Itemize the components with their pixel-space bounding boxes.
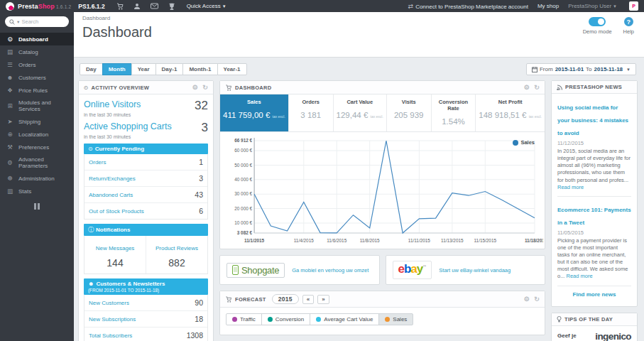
gear-icon[interactable]: ⚙ [524,296,530,303]
range-month-1-button[interactable]: Month-1 [182,63,217,75]
next-year-button[interactable]: » [317,295,329,304]
svg-text:60 000 €: 60 000 € [234,148,252,153]
cart-icon[interactable] [116,3,124,10]
average-cart-value-series-button[interactable]: Average Cart Value [310,313,379,325]
sidebar-item-preferences[interactable]: ⚒Preferences [0,141,74,153]
to-date: 2015-11-18 [594,66,623,72]
sidebar-item-customers[interactable]: ☻Customers [0,71,74,84]
new-subscriptions-link[interactable]: New Subscriptions [89,316,136,323]
date-range-buttons: Day Month Year Day-1 Month-1 Year-1 [80,63,247,75]
table-row: Total Subscribers1308 [84,328,207,341]
article-title-link[interactable]: Using social media for your business: 4 … [557,104,628,136]
sidebar-item-localization[interactable]: ⊕Localization [0,128,74,141]
kpi-cart-value[interactable]: Cart Value129,44 € tax excl. [334,94,387,131]
forecast-year-controls: 2015 « » [272,294,329,304]
gear-icon[interactable]: ⚙ [524,84,530,91]
active-carts-link[interactable]: Active Shopping Carts [84,121,172,131]
active-carts-sub: in the last 30 minutes [84,134,208,139]
my-shop-link[interactable]: My shop [537,3,559,9]
panel-title: DASHBOARD [235,85,271,91]
read-more-link[interactable]: Read more [567,273,593,279]
breadcrumb[interactable]: Dashboard [82,15,635,21]
table-row: Orders1 [84,154,207,170]
dashboard-content: Day Month Year Day-1 Month-1 Year-1 From… [74,58,644,341]
date-toolbar: Day Month Year Day-1 Month-1 Year-1 From… [78,63,638,80]
find-more-news-link[interactable]: Find more news [557,291,631,298]
gear-icon[interactable]: ⚙ [192,84,198,91]
center-column: DASHBOARD ⚙↻ Sales411 759,00 € tax excl.… [219,80,545,341]
prestashop-admin: PrestaShop1.6.1.2 PS1.6.1.2 Quick Access… [0,0,644,341]
product-reviews-value: 882 [148,257,206,269]
svg-text:11/18/201: 11/18/201 [525,238,543,243]
kpi-visits[interactable]: Visits205 939 [387,94,432,131]
new-messages-value: 144 [86,257,144,269]
help-icon[interactable]: ? [624,17,633,26]
marketplace-connect-link[interactable]: ⇄Connect to PrestaShop Marketplace accou… [408,3,528,10]
quick-access-menu[interactable]: Quick Access▼ [187,3,227,9]
orders-link[interactable]: Orders [89,159,106,166]
user-menu[interactable]: PrestaShop User▼ [568,3,617,9]
out-of-stock-link[interactable]: Out of Stock Products [89,208,144,215]
truck-icon: ➤ [6,118,13,125]
kpi-sales[interactable]: Sales411 759,00 € tax excl. [220,94,289,131]
online-visitors-link[interactable]: Online Visitors [84,99,141,109]
abandoned-carts-link[interactable]: Abandoned Carts [89,192,133,198]
sales-line-chart: 66 912 €60 000 €50 000 €40 000 €30 000 €… [220,132,545,249]
range-day-button[interactable]: Day [80,63,103,75]
refresh-icon[interactable]: ↻ [202,84,208,91]
sidebar-item-label: Catalog [18,49,38,55]
toggle-knob [598,18,604,25]
online-visitors-row: Online Visitors 32 [84,99,208,112]
article-title-link[interactable]: Ecommerce 101: Payments in a Tweet [557,207,631,226]
range-year-1-button[interactable]: Year-1 [217,63,247,75]
range-month-button[interactable]: Month [102,63,132,75]
user-avatar[interactable]: P [629,1,638,11]
sidebar-item-stats[interactable]: ▥Stats [0,185,74,197]
read-more-link[interactable]: Read more [557,184,584,190]
refresh-icon[interactable]: ↻ [534,296,540,303]
sidebar-item-dashboard[interactable]: ⊙Dashboard [0,33,74,45]
panel-controls: ⚙↻ [524,296,540,303]
previous-year-button[interactable]: « [302,295,314,304]
connect-icon: ⇄ [408,3,414,10]
sidebar-item-label: Modules and Services [18,99,67,112]
trophy-icon[interactable] [168,3,175,10]
sidebar-collapse-button[interactable] [0,203,74,210]
messages-icon[interactable] [151,3,158,9]
chevron-down-icon: ▼ [626,67,631,72]
conversion-series-button[interactable]: Conversion [261,313,310,325]
refresh-icon[interactable]: ↻ [534,84,540,91]
sidebar-item-administration[interactable]: ☸Administration [0,172,74,185]
total-subscribers-link[interactable]: Total Subscribers [89,332,132,339]
clock-icon: ⊙ [88,146,93,152]
search-input[interactable] [21,18,58,25]
returns-link[interactable]: Return/Exchanges [89,175,136,182]
sidebar-item-modules[interactable]: ⊞Modules and Services [0,97,74,115]
kpi-orders[interactable]: Orders3 181 [289,94,334,131]
shopgate-link[interactable]: Ga mobiel en verhoog uw omzet [292,267,369,274]
new-customers-link[interactable]: New Customers [89,300,129,306]
currently-pending-header: ⊙Currently Pending [84,144,208,154]
sidebar-item-advanced-parameters[interactable]: ⚙Advanced Parameters [0,153,74,172]
traffic-series-button[interactable]: Traffic [226,313,262,325]
kpi-conversion-rate[interactable]: Conversion Rate1.54% [432,94,476,131]
demo-mode-toggle[interactable] [589,17,606,26]
ebay-link[interactable]: Start uw eBay-winkel vandaag [439,267,511,274]
topbar-icons [116,3,175,10]
sales-series-button[interactable]: Sales [378,313,413,325]
kpi-net-profit[interactable]: Net Profit148 918,51 € tax excl. [476,94,545,131]
sidebar-item-catalog[interactable]: ▤Catalog [0,45,74,58]
range-year-button[interactable]: Year [131,63,156,75]
sidebar-item-price-rules[interactable]: ❖Price Rules [0,84,74,97]
product-reviews-link[interactable]: Product Reviews [155,245,198,251]
sidebar-item-shipping[interactable]: ➤Shipping [0,115,74,128]
new-messages-link[interactable]: New Messages [96,245,135,251]
sidebar-item-orders[interactable]: ☰Orders [0,58,74,71]
range-day-1-button[interactable]: Day-1 [155,63,184,75]
currently-pending-table: Orders1 Return/Exchanges3 Abandoned Cart… [84,154,208,220]
date-range-picker[interactable]: From2015-11-01 To2015-11-18 ▼ [526,63,636,75]
left-column: ⊙ ACTIVITY OVERVIEW ⚙↻ Online Visitors 3… [78,80,214,341]
customer-icon[interactable] [133,3,141,10]
chevron-down-icon[interactable]: ▼ [16,20,20,24]
sidebar-search[interactable]: ▼ [5,16,69,27]
